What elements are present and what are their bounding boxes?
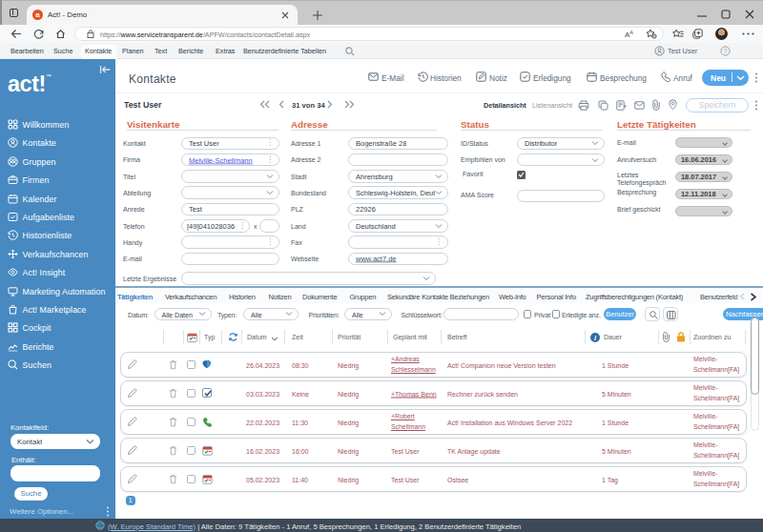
svg-text:?: ? (724, 48, 728, 54)
